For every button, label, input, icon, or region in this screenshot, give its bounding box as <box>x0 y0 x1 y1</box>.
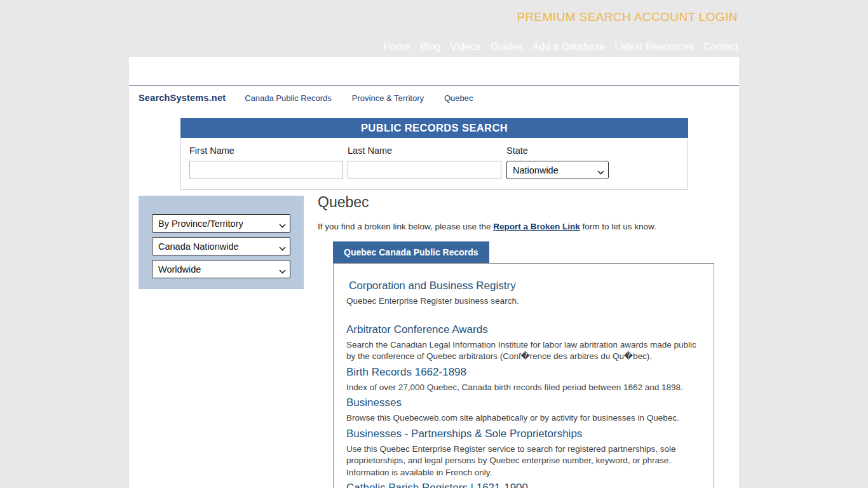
region-filter-sidebar: By Province/TerritoryCanada NationwideWo… <box>139 196 304 289</box>
broken-link-notice: If you find a broken link below, please … <box>318 222 719 231</box>
state-select[interactable]: Nationwide <box>506 161 609 179</box>
breadcrumb-item-province-territory[interactable]: Province & Territory <box>352 93 424 103</box>
page-title: Quebec <box>318 194 719 211</box>
search-module-header: PUBLIC RECORDS SEARCH <box>180 118 688 138</box>
record-item: Birth Records 1662-1898Index of over 27,… <box>346 365 701 394</box>
nav-link-blog[interactable]: Blog <box>420 41 440 53</box>
last-name-input[interactable] <box>348 161 501 179</box>
record-link[interactable]: Businesses - Partnerships & Sole Proprie… <box>346 427 701 441</box>
nav-link-latest-resources[interactable]: Latest Resources <box>614 41 694 53</box>
last-name-label: Last Name <box>348 146 501 156</box>
sidebar-select-by-province-territory[interactable]: By Province/Territory <box>152 214 290 233</box>
notice-text-before: If you find a broken link below, please … <box>318 222 493 231</box>
record-description: Browse this Quebecweb.com site alphabeti… <box>346 412 701 424</box>
nav-link-home[interactable]: Home <box>384 41 411 53</box>
premium-login-link[interactable]: PREMIUM SEARCH ACCOUNT LOGIN <box>517 10 738 24</box>
first-name-group: First Name <box>189 146 343 179</box>
record-item: Arbitrator Conference AwardsSearch the C… <box>346 323 701 363</box>
record-item: BusinessesBrowse this Quebecweb.com site… <box>346 396 701 424</box>
tab-quebec-public-records[interactable]: Quebec Canada Public Records <box>333 241 489 263</box>
nav-link-add-a-database[interactable]: Add a Database <box>532 41 606 53</box>
search-module-title: PUBLIC RECORDS SEARCH <box>361 122 508 134</box>
breadcrumb-item-quebec[interactable]: Quebec <box>444 93 473 103</box>
sidebar-select-canada-nationwide[interactable]: Canada Nationwide <box>152 237 290 255</box>
report-broken-link[interactable]: Report a Broken Link <box>493 222 580 231</box>
first-name-label: First Name <box>189 146 343 156</box>
state-group: State Nationwide <box>506 146 609 179</box>
page-container: SearchSystems.net Canada Public RecordsP… <box>129 57 739 488</box>
record-description: Use this Quebec Enterprise Register serv… <box>346 444 701 479</box>
main-nav: HomeBlogVideosGuidesAdd a DatabaseLatest… <box>384 41 738 53</box>
record-item: Catholic Parish Registers | 1621-1900Cat… <box>346 481 701 488</box>
last-name-group: Last Name <box>348 146 501 179</box>
site-logo[interactable]: SearchSystems.net <box>139 93 226 103</box>
record-link[interactable]: Catholic Parish Registers | 1621-1900 <box>346 481 701 488</box>
public-records-search-module: PUBLIC RECORDS SEARCH First Name Last Na… <box>180 118 688 190</box>
state-label: State <box>506 146 609 156</box>
record-item: Corporation and Business RegistryQuebec … <box>346 279 701 308</box>
record-link[interactable]: Birth Records 1662-1898 <box>346 365 701 379</box>
sidebar-select-worldwide[interactable]: Worldwide <box>152 260 290 278</box>
record-description: Index of over 27,000 Quebec, Canada birt… <box>346 382 701 394</box>
search-module-body: First Name Last Name State Nationwide <box>180 138 688 190</box>
record-item: Businesses - Partnerships & Sole Proprie… <box>346 427 701 479</box>
nav-link-videos[interactable]: Videos <box>450 41 481 53</box>
record-description: Quebec Enterprise Register business sear… <box>346 295 701 308</box>
notice-text-after: form to let us know. <box>580 222 656 231</box>
breadcrumb-item-canada-public-records[interactable]: Canada Public Records <box>245 93 332 103</box>
records-list: Corporation and Business RegistryQuebec … <box>333 263 714 488</box>
nav-link-guides[interactable]: Guides <box>491 41 523 53</box>
breadcrumb: SearchSystems.net Canada Public RecordsP… <box>129 86 739 109</box>
record-link[interactable]: Arbitrator Conference Awards <box>346 323 701 337</box>
record-description: Search the Canadian Legal Information In… <box>346 339 701 363</box>
record-link[interactable]: Businesses <box>346 396 701 410</box>
nav-link-contact[interactable]: Contact <box>703 41 738 53</box>
record-link[interactable]: Corporation and Business Registry <box>346 279 701 293</box>
header-strip <box>129 57 739 86</box>
main-content: Quebec If you find a broken link below, … <box>318 194 719 488</box>
first-name-input[interactable] <box>189 161 343 179</box>
